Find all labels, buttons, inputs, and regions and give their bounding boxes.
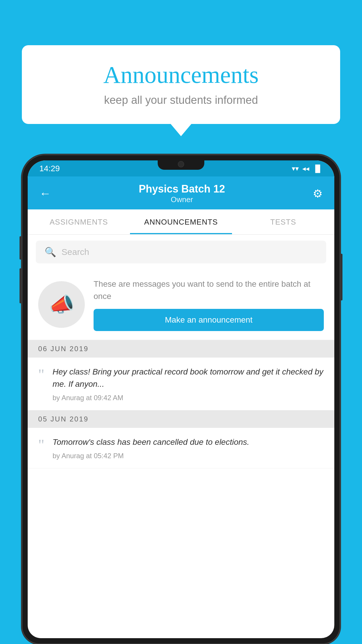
- status-time: 14:29: [39, 164, 60, 173]
- back-button[interactable]: ←: [39, 187, 51, 200]
- date-separator-2-text: 05 JUN 2019: [38, 415, 89, 423]
- tab-announcements[interactable]: ANNOUNCEMENTS: [130, 209, 232, 234]
- header-subtitle: Owner: [139, 195, 225, 204]
- announcement-text-2: Tomorrow's class has been cancelled due …: [52, 436, 324, 448]
- announcement-item-2[interactable]: " Tomorrow's class has been cancelled du…: [28, 428, 334, 468]
- phone-button-volume: [20, 268, 22, 303]
- phone-button-left: [20, 236, 22, 260]
- battery-icon: ▐▌: [313, 164, 323, 173]
- signal-icon: ◂◂: [302, 164, 309, 173]
- phone-frame: 14:29 ▾▾ ◂◂ ▐▌ ← Physics Batch 12 Owner …: [22, 155, 340, 644]
- announcement-item-1[interactable]: " Hey class! Bring your practical record…: [28, 358, 334, 410]
- announcement-prompt: 📣 These are messages you want to send to…: [28, 269, 334, 340]
- search-bar[interactable]: 🔍 Search: [36, 241, 326, 263]
- announcement-content-1: Hey class! Bring your practical record b…: [52, 366, 324, 402]
- app-header: ← Physics Batch 12 Owner ⚙: [28, 176, 334, 209]
- announcement-meta-2: by Anurag at 05:42 PM: [52, 452, 124, 460]
- phone-camera: [178, 161, 184, 167]
- quote-icon-2: ": [38, 438, 44, 453]
- search-placeholder: Search: [61, 247, 89, 257]
- quote-icon-1: ": [38, 367, 44, 382]
- header-title-area: Physics Batch 12 Owner: [139, 183, 225, 204]
- announcement-meta-1: by Anurag at 09:42 AM: [52, 394, 123, 402]
- phone-button-right: [340, 254, 342, 300]
- phone-screen: 14:29 ▾▾ ◂◂ ▐▌ ← Physics Batch 12 Owner …: [28, 160, 334, 638]
- speech-bubble-subtitle: keep all your students informed: [39, 94, 323, 106]
- announcement-description: These are messages you want to send to t…: [94, 278, 324, 302]
- megaphone-icon: 📣: [49, 293, 74, 316]
- speech-bubble-container: Announcements keep all your students inf…: [22, 45, 340, 124]
- date-separator-1: 06 JUN 2019: [28, 340, 334, 358]
- speech-bubble-title: Announcements: [39, 61, 323, 89]
- announcement-prompt-right: These are messages you want to send to t…: [94, 278, 324, 331]
- search-icon: 🔍: [45, 246, 56, 258]
- announcement-icon-circle: 📣: [38, 281, 85, 328]
- search-container: 🔍 Search: [28, 235, 334, 269]
- batch-title: Physics Batch 12: [139, 183, 225, 195]
- date-separator-1-text: 06 JUN 2019: [38, 345, 89, 353]
- tabs-bar: ASSIGNMENTS ANNOUNCEMENTS TESTS: [28, 209, 334, 235]
- settings-icon[interactable]: ⚙: [313, 187, 323, 200]
- announcement-content-2: Tomorrow's class has been cancelled due …: [52, 436, 324, 460]
- tab-tests[interactable]: TESTS: [232, 209, 334, 234]
- speech-bubble: Announcements keep all your students inf…: [22, 45, 340, 124]
- wifi-icon: ▾▾: [292, 164, 299, 173]
- date-separator-2: 05 JUN 2019: [28, 410, 334, 428]
- status-icons: ▾▾ ◂◂ ▐▌: [292, 164, 323, 173]
- make-announcement-button[interactable]: Make an announcement: [94, 309, 324, 331]
- announcement-text-1: Hey class! Bring your practical record b…: [52, 366, 324, 390]
- tab-assignments[interactable]: ASSIGNMENTS: [28, 209, 130, 234]
